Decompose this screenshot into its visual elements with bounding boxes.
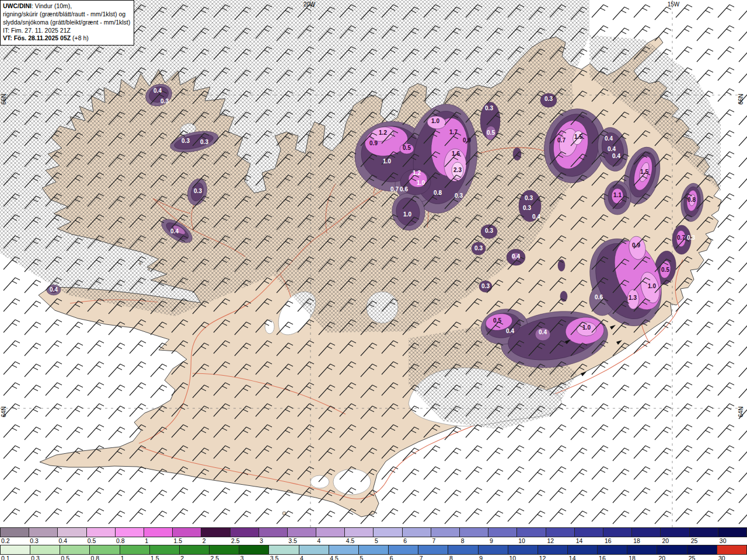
colorbar-cell: [180, 545, 210, 554]
colorbar-cell: [418, 545, 448, 554]
precip-blob: [513, 148, 521, 160]
colorbar-cell: [239, 545, 269, 554]
precip-value-label: 1.2: [379, 130, 387, 136]
precip-value-label: 0.5: [661, 267, 669, 273]
valid-time-bold: VT: Fös. 28.11.2025 05Z: [3, 34, 71, 41]
colorbar-tick-label: 1.5: [172, 537, 201, 545]
colorbar-tick-label: 10: [517, 537, 546, 545]
colorbar-tick-label: 0.3: [29, 537, 57, 545]
colorbar-cell: [329, 545, 359, 554]
precip-value-label: 1.6: [452, 150, 460, 157]
colorbar-tick-label: 0.1: [0, 555, 30, 560]
colorbar-tick-label: 0.5: [60, 555, 89, 560]
precip-value-label: 1.0: [582, 324, 591, 331]
colorbar-tick-label: 0.4: [57, 537, 86, 545]
colorbar-tick-label: 4.5: [345, 537, 374, 545]
title-line-product: UWC/DINI: Vindur (10m),: [3, 2, 130, 10]
precip-value-label: 1.5: [640, 169, 648, 175]
colorbar-cell: [632, 528, 661, 537]
precip-value-label: 0.4: [539, 329, 547, 335]
lat-label-right-top: 66N: [738, 94, 744, 104]
precip-value-label: 0.4: [512, 253, 520, 260]
colorbar-tick-label: 0.8: [90, 555, 120, 560]
colorbar-tick-label: 12: [538, 555, 568, 560]
valid-time-offset: (+8 h): [71, 34, 89, 41]
colorbar-tick-label: 4.5: [329, 555, 358, 560]
colorbar-cell: [87, 528, 116, 537]
precip-value-label: 0.3: [687, 235, 695, 241]
colorbar-tick-label: 4: [316, 537, 345, 545]
colorbar-cell: [30, 545, 60, 554]
colorbar-tick-label: 6: [389, 555, 418, 560]
precip-value-label: 0.4: [532, 214, 540, 220]
colorbar-cell: [389, 545, 418, 554]
precip-value-label: 0.7: [557, 137, 566, 144]
colorbar-sleet-swatches: [0, 527, 747, 537]
colorbar-cell: [231, 528, 259, 537]
colorbar-tick-label: 14: [575, 537, 603, 545]
precip-value-label: 0.4: [605, 135, 613, 142]
colorbar-tick-label: 18: [627, 555, 657, 560]
colorbar-tick-label: 14: [568, 555, 598, 560]
colorbar-tick-label: 3.5: [287, 537, 316, 545]
precip-value-label: 0.3: [485, 105, 493, 111]
colorbar-cell: [1, 528, 29, 537]
precip-value-label: 0.4: [153, 88, 162, 94]
colorbar-tick-label: 16: [603, 537, 632, 545]
colorbar-tick-label: 1: [144, 537, 172, 545]
init-time: IT: Fim. 27. 11. 2025 21Z: [3, 27, 130, 35]
colorbar-sleet-ticks: 0.20.30.40.50.811.522.533.544.5567891012…: [0, 537, 747, 545]
colorbar-tick-label: 0.8: [115, 537, 144, 545]
colorbar-cell: [288, 528, 316, 537]
colorbar-tick-label: 10: [508, 555, 537, 560]
title-variable: : Vindur (10m),: [32, 2, 72, 9]
colorbar-tick-label: 2.5: [230, 537, 259, 545]
colorbar-tick-label: 0.5: [86, 537, 115, 545]
colorbar-cell: [58, 528, 86, 537]
precip-value-label: 0.9: [632, 242, 640, 249]
colorbar-tick-label: 1.5: [149, 555, 179, 560]
colorbar-tick-label: 3: [239, 555, 269, 560]
precip-value-label: 1.2: [413, 170, 421, 176]
colorbar-cell: [116, 528, 144, 537]
title-line-sleet: slydda/snjókoma (grátt/bleikt/grænt - mm…: [3, 19, 130, 27]
colorbar-tick-label: 12: [546, 537, 574, 545]
colorbar-cell: [316, 528, 345, 537]
colorbar-cell: [29, 528, 58, 537]
lon-label-15w: 15W: [668, 1, 680, 8]
colorbar-cell: [345, 528, 374, 537]
colorbar-tick-label: 30: [717, 555, 747, 560]
colorbar-cell: [374, 528, 402, 537]
colorbar-cell: [603, 528, 632, 537]
precip-value-label: 0.3: [194, 188, 202, 194]
colorbar-tick-label: 5: [358, 555, 388, 560]
precip-value-label: 1.7: [449, 129, 458, 135]
colorbar-tick-label: 9: [488, 537, 517, 545]
precip-value-label: 0.3: [200, 139, 208, 145]
colorbar-tick-label: 25: [687, 555, 717, 560]
precip-value-label: 0.6: [595, 294, 603, 300]
precip-value-label: 0.3: [455, 192, 463, 199]
valid-time: VT: Fös. 28.11.2025 05Z (+8 h): [3, 34, 130, 43]
colorbar-tick-label: 16: [598, 555, 627, 560]
precip-value-label: 0.3: [181, 138, 190, 144]
colorbar-cell: [575, 528, 603, 537]
colorbar-cell: [460, 528, 488, 537]
colorbar-tick-label: 7: [418, 555, 448, 560]
precip-value-label: 0.5: [403, 145, 411, 151]
lat-label-right-bottom: 64N: [738, 407, 744, 417]
precip-value-label: 0.3: [485, 228, 493, 234]
map-area: 0.40.30.30.30.30.40.41.20.90.51.01.01.70…: [0, 0, 747, 527]
precip-value-label: 0.4: [506, 328, 514, 334]
weather-forecast-map: 0.40.30.30.30.30.40.41.20.90.51.01.01.70…: [0, 0, 747, 560]
colorbar-tick-label: 8: [460, 537, 488, 545]
precip-blob: [560, 291, 567, 302]
precip-value-label: 0.3: [544, 96, 553, 102]
precip-value-label: 0.4: [612, 153, 620, 159]
colorbar-tick-label: 1: [120, 555, 149, 560]
colorbar-tick-label: 6: [402, 537, 431, 545]
precip-value-label: 1.1: [613, 192, 622, 198]
forecast-title-box: UWC/DINI: Vindur (10m), rigning/skúrir (…: [0, 0, 134, 46]
colorbar-tick-label: 7: [431, 537, 460, 545]
precip-value-label: 0.4: [50, 286, 58, 293]
